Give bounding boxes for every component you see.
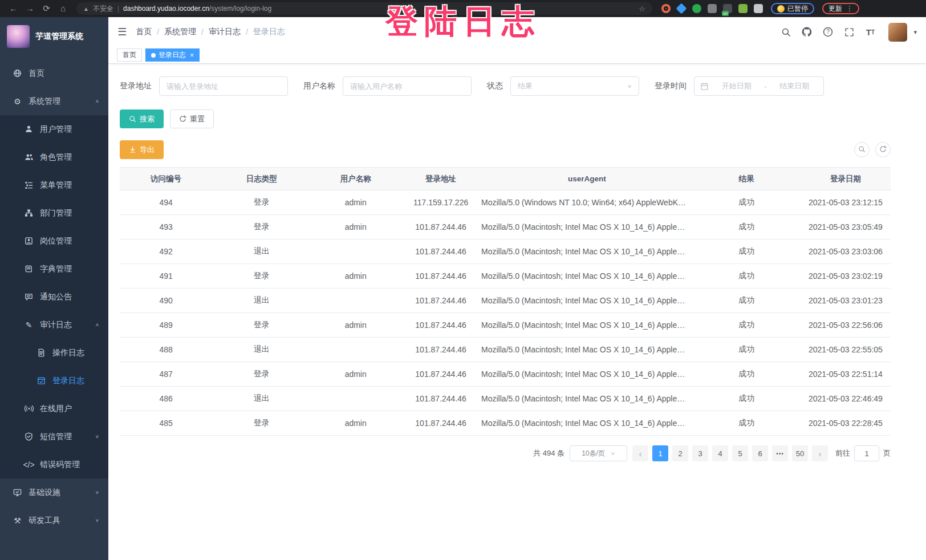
svg-text:?: ?: [827, 29, 830, 35]
home-icon[interactable]: ⌂: [55, 2, 71, 15]
sidebar-item-system[interactable]: ⚙系统管理∧: [0, 87, 108, 115]
sidebar-item-notice[interactable]: 通知公告: [0, 283, 108, 311]
help-icon[interactable]: ?: [823, 27, 833, 37]
reload-icon[interactable]: ⟳: [39, 2, 54, 15]
sidebar-item-role[interactable]: 角色管理: [0, 143, 108, 171]
green-heart-extension-icon[interactable]: [692, 4, 701, 13]
leaf-extension-icon[interactable]: [738, 4, 748, 13]
table-cell: 101.87.244.46: [400, 289, 481, 313]
forward-icon[interactable]: →: [22, 2, 38, 15]
table-row[interactable]: 489登录admin101.87.244.46Mozilla/5.0 (Maci…: [120, 313, 891, 338]
page-button-6[interactable]: 6: [752, 445, 768, 461]
list-extension-icon[interactable]: on: [723, 4, 732, 13]
table-row[interactable]: 494登录admin117.159.17.226Mozilla/5.0 (Win…: [120, 190, 891, 215]
table-row[interactable]: 487登录admin101.87.244.46Mozilla/5.0 (Maci…: [120, 362, 891, 387]
tag-登录日志[interactable]: 登录日志×: [145, 48, 200, 62]
page-button-2[interactable]: 2: [672, 445, 688, 461]
table-row[interactable]: 488退出101.87.244.46Mozilla/5.0 (Macintosh…: [120, 338, 891, 362]
browser-menu-icon[interactable]: ⋮: [846, 5, 853, 13]
export-button[interactable]: 导出: [120, 140, 164, 159]
sidebar-item-post[interactable]: 岗位管理: [0, 227, 108, 255]
sidebar-item-menu[interactable]: 菜单管理: [0, 171, 108, 199]
refresh-table-button[interactable]: [875, 142, 891, 157]
puzzle-extension-icon[interactable]: [754, 4, 763, 13]
page-url: dashboard.yudao.iocoder.cn/system/log/lo…: [123, 5, 271, 13]
status-select[interactable]: 结果 ∨: [510, 76, 639, 96]
page-button-5[interactable]: 5: [732, 445, 748, 461]
profile-paused-badge[interactable]: 已暂停: [771, 3, 814, 14]
table-row[interactable]: 492退出101.87.244.46Mozilla/5.0 (Macintosh…: [120, 240, 891, 264]
github-icon[interactable]: [802, 27, 812, 37]
back-icon[interactable]: ←: [6, 2, 21, 15]
grid-extension-icon[interactable]: [708, 4, 717, 13]
end-date-placeholder[interactable]: 结束日期: [771, 81, 818, 91]
search-button[interactable]: 搜索: [120, 109, 164, 128]
sidebar-item-dict[interactable]: 字典管理: [0, 255, 108, 283]
blue-gem-extension-icon[interactable]: [676, 3, 687, 14]
breadcrumb-item[interactable]: 系统管理: [164, 27, 196, 37]
font-size-icon[interactable]: TT: [865, 27, 875, 37]
bookmark-star-icon[interactable]: ☆: [639, 5, 645, 13]
tag-label: 首页: [123, 50, 136, 60]
page-size-select[interactable]: 10条/页 ∨: [570, 445, 627, 461]
page-button-1[interactable]: 1: [652, 445, 668, 461]
more-pages-button[interactable]: •••: [772, 445, 788, 461]
fullscreen-icon[interactable]: [844, 27, 854, 37]
sidebar-item-online[interactable]: 在线用户: [0, 395, 108, 423]
page-button-4[interactable]: 4: [712, 445, 728, 461]
goto-page-input[interactable]: [854, 445, 879, 461]
table-row[interactable]: 491登录admin101.87.244.46Mozilla/5.0 (Maci…: [120, 264, 891, 289]
search-icon[interactable]: [781, 27, 791, 37]
browser-update-button[interactable]: 更新 ⋮: [822, 3, 859, 14]
url-domain: dashboard.yudao.iocoder.cn: [123, 5, 209, 13]
next-page-button[interactable]: ›: [812, 445, 828, 461]
doc-icon: [36, 348, 46, 357]
sidebar-item-dept[interactable]: 部门管理: [0, 199, 108, 227]
address-bar[interactable]: ▲ 不安全 | dashboard.yudao.iocoder.cn/syste…: [76, 2, 652, 15]
breadcrumb-item[interactable]: 首页: [136, 27, 152, 37]
hide-search-button[interactable]: [854, 142, 870, 157]
table-cell: 487: [120, 362, 212, 387]
sidebar-item-home[interactable]: 首页: [0, 59, 108, 87]
sidebar-item-operate-log[interactable]: 操作日志: [0, 339, 108, 367]
page-button-3[interactable]: 3: [692, 445, 708, 461]
login-address-input[interactable]: [159, 76, 288, 96]
page-button-50[interactable]: 50: [792, 445, 808, 461]
security-warning-label[interactable]: 不安全: [93, 4, 113, 14]
breadcrumb-separator: /: [201, 27, 204, 36]
orange-extension-icon[interactable]: [661, 4, 671, 13]
prev-page-button[interactable]: ‹: [632, 445, 648, 461]
tag-首页[interactable]: 首页: [117, 48, 142, 62]
table-row[interactable]: 493登录admin101.87.244.46Mozilla/5.0 (Maci…: [120, 215, 891, 240]
date-range-picker[interactable]: 开始日期 - 结束日期: [694, 76, 824, 96]
close-icon[interactable]: ×: [190, 51, 194, 59]
app-layout: 芋道管理系统 首页⚙系统管理∧用户管理角色管理菜单管理部门管理岗位管理字典管理通…: [0, 17, 926, 560]
sidebar-item-errcode[interactable]: </>错误码管理: [0, 451, 108, 478]
page-size-value: 10条/页: [582, 449, 605, 458]
table-cell: 成功: [693, 313, 801, 338]
table-cell: 491: [120, 264, 212, 289]
start-date-placeholder[interactable]: 开始日期: [713, 81, 760, 91]
user-avatar[interactable]: [888, 23, 907, 42]
username-input[interactable]: [343, 76, 472, 96]
sidebar-logo-row[interactable]: 芋道管理系统: [0, 17, 108, 54]
download-icon: [129, 146, 136, 153]
sidebar-item-infra[interactable]: 基础设施∨: [0, 478, 108, 506]
monitor-icon: [13, 488, 22, 497]
breadcrumb-separator: /: [157, 27, 159, 36]
update-button-label: 更新: [828, 4, 842, 14]
reset-button[interactable]: 重置: [170, 109, 214, 128]
table-cell: 登录: [212, 313, 311, 338]
badge-icon: [24, 237, 34, 245]
table-row[interactable]: 485登录admin101.87.244.46Mozilla/5.0 (Maci…: [120, 411, 891, 436]
sidebar-item-user[interactable]: 用户管理: [0, 115, 108, 143]
table-row[interactable]: 490退出101.87.244.46Mozilla/5.0 (Macintosh…: [120, 289, 891, 313]
breadcrumb-item[interactable]: 审计日志: [209, 27, 241, 37]
sidebar-item-audit[interactable]: ✎审计日志∧: [0, 311, 108, 339]
sidebar-item-login-log[interactable]: 登录日志: [0, 367, 108, 395]
collapse-sidebar-icon[interactable]: ☰: [117, 26, 127, 38]
table-row[interactable]: 486退出101.87.244.46Mozilla/5.0 (Macintosh…: [120, 387, 891, 411]
sidebar-item-sms[interactable]: 短信管理∨: [0, 423, 108, 451]
sidebar-item-devtools[interactable]: ⚒研发工具∨: [0, 506, 108, 534]
caret-down-icon[interactable]: ▾: [913, 29, 917, 36]
